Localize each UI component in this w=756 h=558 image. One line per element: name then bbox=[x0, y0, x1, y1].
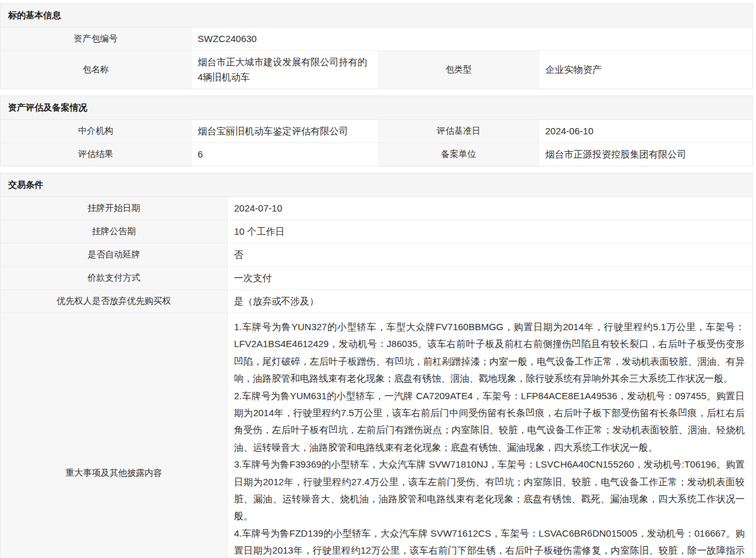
agency-value: 烟台宝丽旧机动车鉴定评估有限公司 bbox=[191, 120, 378, 142]
table-row: 资产包编号 SWZC240630 bbox=[1, 28, 752, 51]
auto-extension-value: 否 bbox=[228, 244, 752, 266]
announcement-period-label: 挂牌公告期 bbox=[1, 220, 228, 243]
filing-unit-label: 备案单位 bbox=[378, 143, 539, 166]
announcement-period-value: 10 个工作日 bbox=[228, 220, 752, 243]
section-basic-info: 标的基本信息 资产包编号 SWZC240630 包名称 烟台市正大城市建设发展有… bbox=[0, 3, 753, 89]
section-trade-conditions: 交易条件 挂牌开始日期 2024-07-10 挂牌公告期 10 个工作日 是否自… bbox=[0, 173, 753, 558]
disclosure-item-3: 3.车牌号为鲁F39369的小型轿车，大众汽车牌 SVW71810NJ，车架号：… bbox=[234, 456, 745, 525]
package-type-value: 企业实物资产 bbox=[539, 51, 752, 89]
table-row: 优先权人是否放弃优先购买权 是（放弃或不涉及） bbox=[1, 290, 752, 313]
table-row: 挂牌公告期 10 个工作日 bbox=[1, 220, 752, 244]
preemptive-right-value: 是（放弃或不涉及） bbox=[228, 290, 752, 313]
eval-result-value: 6 bbox=[191, 143, 378, 166]
filing-unit-value: 烟台市正源投资控股集团有限公司 bbox=[539, 143, 752, 166]
preemptive-right-label: 优先权人是否放弃优先购买权 bbox=[1, 290, 228, 313]
table-row: 中介机构 烟台宝丽旧机动车鉴定评估有限公司 评估基准日 2024-06-10 bbox=[1, 120, 752, 143]
eval-result-label: 评估结果 bbox=[1, 143, 191, 166]
section-evaluation: 资产评估及备案情况 中介机构 烟台宝丽旧机动车鉴定评估有限公司 评估基准日 20… bbox=[0, 95, 753, 166]
section-trade-conditions-title: 交易条件 bbox=[1, 173, 752, 197]
package-name-label: 包名称 bbox=[1, 51, 191, 89]
payment-method-value: 一次支付 bbox=[228, 267, 752, 289]
package-type-label: 包类型 bbox=[378, 51, 539, 89]
disclosure-item-1: 1.车牌号为鲁YUN327的小型轿车，车型大众牌FV7160BBMGG，购置日期… bbox=[234, 318, 745, 387]
disclosure-label: 重大事项及其他披露内容 bbox=[1, 313, 228, 558]
section-basic-info-title: 标的基本信息 bbox=[1, 4, 752, 28]
listing-start-date-value: 2024-07-10 bbox=[228, 197, 752, 220]
table-row: 是否自动延牌 否 bbox=[1, 244, 752, 267]
table-row-disclosure: 重大事项及其他披露内容 1.车牌号为鲁YUN327的小型轿车，车型大众牌FV71… bbox=[1, 313, 752, 558]
disclosure-item-4: 4.车牌号为鲁FZD139的小型轿车，大众汽车牌 SVW71612CS，车架号：… bbox=[234, 525, 745, 558]
disclosure-item-2: 2.车牌号为鲁YUM631的小型轿车，一汽牌 CA7209ATE4，车架号：LF… bbox=[234, 387, 745, 456]
package-number-label: 资产包编号 bbox=[1, 28, 191, 50]
table-row: 挂牌开始日期 2024-07-10 bbox=[1, 197, 752, 220]
agency-label: 中介机构 bbox=[1, 120, 191, 142]
section-evaluation-title: 资产评估及备案情况 bbox=[1, 96, 752, 120]
base-date-value: 2024-06-10 bbox=[539, 120, 752, 142]
table-row: 包名称 烟台市正大城市建设发展有限公司持有的4辆旧机动车 包类型 企业实物资产 bbox=[1, 51, 752, 89]
package-name-value: 烟台市正大城市建设发展有限公司持有的4辆旧机动车 bbox=[191, 51, 378, 89]
table-row: 价款支付方式 一次支付 bbox=[1, 267, 752, 290]
auto-extension-label: 是否自动延牌 bbox=[1, 244, 228, 266]
table-row: 评估结果 6 备案单位 烟台市正源投资控股集团有限公司 bbox=[1, 143, 752, 166]
disclosure-content: 1.车牌号为鲁YUN327的小型轿车，车型大众牌FV7160BBMGG，购置日期… bbox=[228, 313, 752, 558]
listing-start-date-label: 挂牌开始日期 bbox=[1, 197, 228, 220]
base-date-label: 评估基准日 bbox=[378, 120, 539, 142]
package-number-value: SWZC240630 bbox=[191, 28, 752, 50]
payment-method-label: 价款支付方式 bbox=[1, 267, 228, 289]
